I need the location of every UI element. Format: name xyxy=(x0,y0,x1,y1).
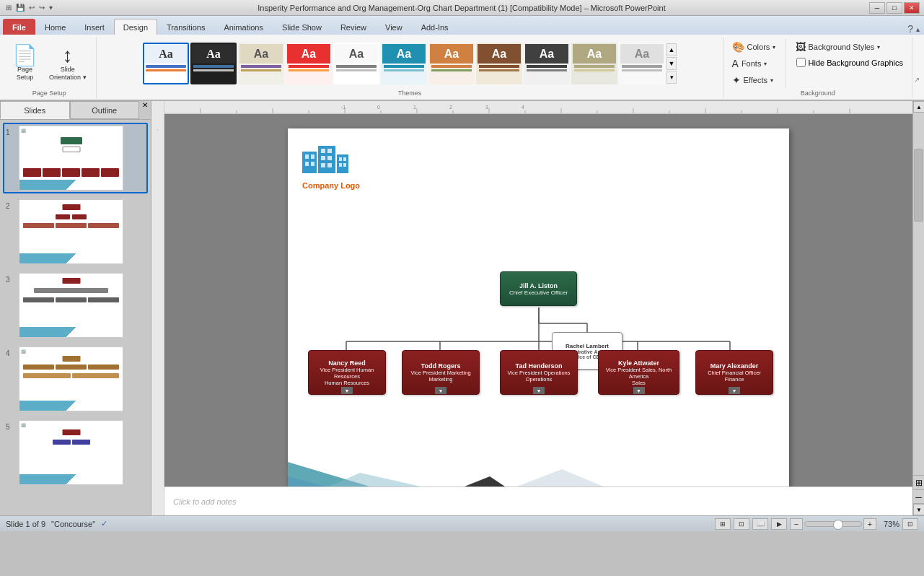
hide-bg-checkbox[interactable] xyxy=(796,58,806,67)
fonts-button[interactable]: A Fonts ▾ xyxy=(729,56,780,71)
background-expand[interactable]: ↗ xyxy=(912,38,921,98)
theme-4[interactable]: Aa xyxy=(286,43,332,84)
slide-1-thumbnail[interactable]: 1 🏢 xyxy=(3,123,148,193)
svg-rect-35 xyxy=(321,156,325,160)
tab-slideshow[interactable]: Slide Show xyxy=(273,19,331,35)
theme-9[interactable]: Aa xyxy=(524,43,570,84)
effects-button[interactable]: ✦ Effects ▾ xyxy=(729,72,780,88)
slide-4-thumbnail[interactable]: 4 🏢 xyxy=(3,344,148,414)
slide-3-thumbnail[interactable]: 3 xyxy=(3,270,148,341)
slide-5-thumbnail[interactable]: 5 🏢 xyxy=(3,417,148,488)
effects-label: Effects xyxy=(744,76,767,84)
undo-quick-btn[interactable]: ↩ xyxy=(27,4,36,12)
right-scrollbar[interactable]: ▲ ⊞ ─ ▼ xyxy=(912,101,924,515)
fit-window-button[interactable]: ⊡ xyxy=(902,518,918,530)
svg-rect-41 xyxy=(343,157,346,161)
svg-text:0: 0 xyxy=(377,105,380,110)
svg-rect-42 xyxy=(339,163,342,167)
theme-6[interactable]: Aa xyxy=(381,43,427,84)
scroll-expand-btn[interactable]: ⊞ xyxy=(913,476,924,490)
vp2-expand[interactable]: ▼ xyxy=(435,387,446,394)
theme-2[interactable]: Aa xyxy=(190,43,237,84)
slide-orientation-button[interactable]: ↕ SlideOrientation ▾ xyxy=(44,43,92,84)
theme-7[interactable]: Aa xyxy=(428,43,475,84)
tab-file[interactable]: File xyxy=(3,19,35,35)
redo-quick-btn[interactable]: ↪ xyxy=(38,4,46,12)
slide-orientation-icon: ↕ xyxy=(63,45,73,66)
slides-outline-tabs: Slides Outline ✕ xyxy=(0,101,151,120)
expand-icon[interactable]: ↗ xyxy=(914,76,920,84)
scroll-down-arrow[interactable]: ▼ xyxy=(913,504,924,515)
theme-8[interactable]: Aa xyxy=(476,43,522,84)
fonts-arrow: ▾ xyxy=(764,61,767,67)
page-setup-button[interactable]: 📄 PageSetup xyxy=(7,43,43,84)
ribbon-minimize-icon[interactable]: ▴ xyxy=(916,25,920,33)
view-reading-button[interactable]: 📖 xyxy=(752,518,768,530)
minimize-button[interactable]: ─ xyxy=(869,2,885,14)
svg-text:-1: -1 xyxy=(341,105,346,110)
page-setup-group-label: Page Setup xyxy=(32,88,66,97)
scroll-up-arrow[interactable]: ▲ xyxy=(913,101,924,113)
theme-10[interactable]: Aa xyxy=(571,43,617,84)
scroll-thumb[interactable] xyxy=(914,149,923,221)
theme-scroll-down[interactable]: ▼ xyxy=(666,57,677,70)
zoom-in-button[interactable]: + xyxy=(863,518,876,530)
save-quick-btn[interactable]: 💾 xyxy=(14,4,26,12)
tab-review[interactable]: Review xyxy=(331,19,376,35)
view-normal-button[interactable]: ⊞ xyxy=(715,518,731,530)
tab-slides[interactable]: Slides xyxy=(0,101,70,119)
tab-design[interactable]: Design xyxy=(114,19,157,35)
zoom-level: 73% xyxy=(878,520,899,528)
theme-11[interactable]: Aa xyxy=(619,43,665,84)
customize-quick-btn[interactable]: ▾ xyxy=(48,4,54,12)
maximize-button[interactable]: □ xyxy=(886,2,902,14)
background-styles-button[interactable]: 🖼 Background Styles ▾ xyxy=(792,39,907,55)
theme-5[interactable]: Aa xyxy=(333,43,379,84)
view-sorter-button[interactable]: ⊡ xyxy=(734,518,749,530)
zoom-slider[interactable] xyxy=(804,521,862,527)
tab-home[interactable]: Home xyxy=(35,19,75,35)
hide-bg-label: Hide Background Graphics xyxy=(809,58,903,67)
slide-canvas[interactable]: Company Logo xyxy=(288,128,789,486)
vp4-name: Kyle Attwater xyxy=(618,359,659,367)
office-icon[interactable]: ⊞ xyxy=(4,4,13,12)
theme-3[interactable]: Aa xyxy=(238,43,284,84)
notes-area[interactable]: Click to add notes xyxy=(164,486,912,515)
vp2-box: Todd Rogers Vice President Marketing Mar… xyxy=(402,350,480,395)
tab-view[interactable]: View xyxy=(376,19,412,35)
theme-scroll[interactable]: ▲ ▼ ▾ xyxy=(666,43,677,84)
help-icon[interactable]: ? xyxy=(907,23,913,35)
horizontal-ruler: -1 0 1 2 3 4 xyxy=(164,101,912,114)
view-slideshow-button[interactable]: ▶ xyxy=(771,518,787,530)
tab-animations[interactable]: Animations xyxy=(214,19,272,35)
vp5-expand[interactable]: ▼ xyxy=(729,387,740,394)
quick-access-toolbar[interactable]: ⊞ 💾 ↩ ↪ ▾ xyxy=(4,4,54,12)
vp4-expand[interactable]: ▼ xyxy=(633,387,645,394)
ribbon-group-background: 🎨 Colors ▾ A Fonts ▾ ✦ Effects ▾ xyxy=(724,38,912,98)
tab-outline[interactable]: Outline xyxy=(70,101,140,119)
tab-addins[interactable]: Add-Ins xyxy=(412,19,458,35)
status-left: Slide 1 of 9 "Concourse" ✓ xyxy=(6,519,107,528)
theme-scroll-more[interactable]: ▾ xyxy=(666,71,677,84)
slide-2-thumbnail[interactable]: 2 xyxy=(3,196,148,267)
vp5-title: Chief Financial Officer xyxy=(708,370,761,376)
colors-button[interactable]: 🎨 Colors ▾ xyxy=(729,39,780,55)
vp3-name: Tad Henderson xyxy=(516,362,563,370)
ceo-name: Jill A. Liston xyxy=(519,282,558,289)
slide-bottom-decoration xyxy=(288,433,789,486)
vp1-expand[interactable]: ▼ xyxy=(341,387,353,394)
scroll-collapse-btn[interactable]: ─ xyxy=(913,490,924,505)
slides-panel-close[interactable]: ✕ xyxy=(139,101,151,119)
tab-insert[interactable]: Insert xyxy=(75,19,114,35)
content-area: -1 0 1 2 3 4 xyxy=(164,101,912,515)
window-controls[interactable]: ─ □ ✕ xyxy=(869,2,920,14)
theme-scroll-up[interactable]: ▲ xyxy=(666,43,677,56)
slide-count: Slide 1 of 9 xyxy=(6,520,45,528)
theme-office[interactable]: Aa xyxy=(143,43,189,84)
zoom-out-button[interactable]: − xyxy=(790,518,803,530)
vp3-expand[interactable]: ▼ xyxy=(533,387,545,394)
close-button[interactable]: ✕ xyxy=(904,2,920,14)
hide-background-graphics-toggle[interactable]: Hide Background Graphics xyxy=(792,56,907,69)
zoom-slider-thumb[interactable] xyxy=(833,520,843,530)
tab-transitions[interactable]: Transitions xyxy=(157,19,214,35)
